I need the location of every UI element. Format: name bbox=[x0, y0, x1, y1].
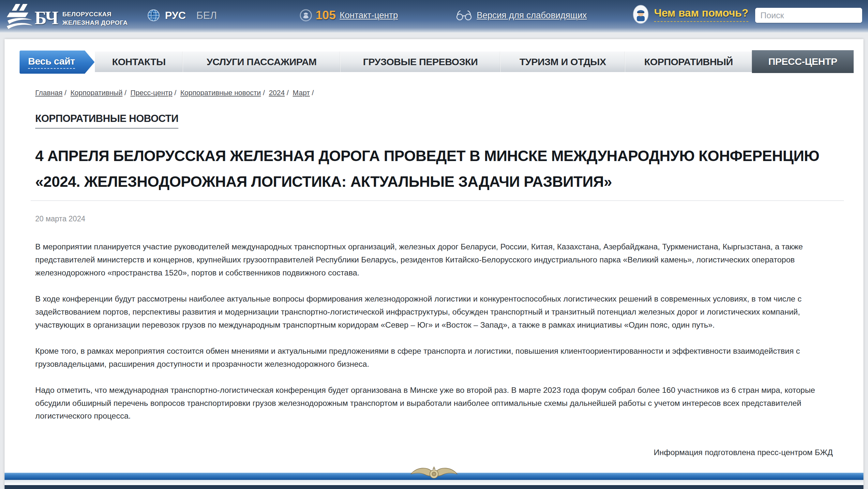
assistant-icon bbox=[632, 5, 649, 24]
search-box bbox=[755, 8, 862, 23]
help-link[interactable]: Чем вам помочь? bbox=[654, 7, 748, 22]
article-content: Главная/ Корпоративный/ Пресс-центр/ Кор… bbox=[5, 74, 863, 473]
site-logo[interactable]: БЧ БЕЛОРУССКАЯ ЖЕЛЕЗНАЯ ДОРОГА bbox=[6, 3, 128, 30]
language-switcher: РУС БЕЛ bbox=[147, 9, 217, 22]
tab-corporate[interactable]: КОРПОРАТИВНЫЙ bbox=[625, 52, 752, 72]
logo-name: БЕЛОРУССКАЯ ЖЕЛЕЗНАЯ ДОРОГА bbox=[62, 10, 127, 27]
globe-icon bbox=[147, 9, 160, 22]
breadcrumb: Главная/ Корпоративный/ Пресс-центр/ Кор… bbox=[35, 89, 837, 97]
tab-passenger-services[interactable]: УСЛУГИ ПАССАЖИРАМ bbox=[183, 52, 340, 72]
lang-rus-button[interactable]: РУС bbox=[165, 9, 186, 22]
section-title: КОРПОРАТИВНЫЕ НОВОСТИ bbox=[35, 113, 178, 129]
tab-all-site-label: Весь сайт bbox=[28, 56, 75, 69]
tab-tourism[interactable]: ТУРИЗМ И ОТДЫХ bbox=[500, 52, 625, 72]
breadcrumb-press-center[interactable]: Пресс-центр bbox=[130, 89, 173, 97]
breadcrumb-home[interactable]: Главная bbox=[35, 89, 63, 97]
article-date: 20 марта 2024 bbox=[35, 215, 837, 223]
article-attribution: Информация подготовлена пресс-центром БЖ… bbox=[31, 448, 833, 457]
breadcrumb-2024[interactable]: 2024 bbox=[269, 89, 285, 97]
tab-freight[interactable]: ГРУЗОВЫЕ ПЕРЕВОЗКИ bbox=[340, 52, 500, 72]
railway-logo-icon bbox=[6, 3, 34, 30]
tab-press-center[interactable]: ПРЕСС-ЦЕНТР bbox=[752, 50, 854, 73]
page-footer bbox=[5, 473, 863, 489]
page-card: Весь сайт КОНТАКТЫ УСЛУГИ ПАССАЖИРАМ ГРУ… bbox=[5, 39, 863, 489]
breadcrumb-march[interactable]: Март bbox=[293, 89, 310, 97]
article-body: В мероприятии планируется участие руково… bbox=[35, 240, 837, 423]
contact-number: 105 bbox=[316, 8, 336, 22]
article-paragraph: В ходе конференции будут рассмотрены наи… bbox=[35, 292, 837, 331]
help-widget[interactable]: Чем вам помочь? bbox=[632, 5, 748, 24]
main-navigation: Весь сайт КОНТАКТЫ УСЛУГИ ПАССАЖИРАМ ГРУ… bbox=[5, 39, 863, 74]
tab-contacts[interactable]: КОНТАКТЫ bbox=[95, 52, 183, 72]
logo-abbr: БЧ bbox=[35, 7, 58, 28]
footer-dark-strip bbox=[5, 485, 863, 489]
glasses-icon bbox=[456, 10, 473, 21]
breadcrumb-corporate[interactable]: Корпоративный bbox=[70, 89, 123, 97]
accessibility-link[interactable]: Версия для слабовидящих bbox=[477, 10, 587, 21]
contact-center-link[interactable]: Контакт-центр bbox=[340, 10, 398, 21]
contact-center: 105 Контакт-центр bbox=[299, 8, 398, 22]
phone-icon bbox=[299, 9, 312, 22]
article-paragraph: Надо отметить, что международная транспо… bbox=[35, 384, 837, 423]
accessibility-version[interactable]: Версия для слабовидящих bbox=[456, 10, 587, 21]
tab-all-site[interactable]: Весь сайт bbox=[20, 51, 95, 74]
title-divider bbox=[31, 200, 844, 201]
article-title: 4 АПРЕЛЯ БЕЛОРУССКАЯ ЖЕЛЕЗНАЯ ДОРОГА ПРО… bbox=[35, 143, 837, 195]
winged-wheel-emblem-icon bbox=[409, 464, 459, 483]
article-paragraph: В мероприятии планируется участие руково… bbox=[35, 240, 837, 280]
lang-bel-button[interactable]: БЕЛ bbox=[196, 9, 217, 22]
search-input[interactable] bbox=[755, 8, 862, 23]
top-header-bar: БЧ БЕЛОРУССКАЯ ЖЕЛЕЗНАЯ ДОРОГА РУС БЕЛ 1… bbox=[0, 0, 868, 33]
article-paragraph: Кроме того, в рамках мероприятия состоит… bbox=[35, 345, 837, 371]
breadcrumb-corporate-news[interactable]: Корпоративные новости bbox=[180, 89, 261, 97]
